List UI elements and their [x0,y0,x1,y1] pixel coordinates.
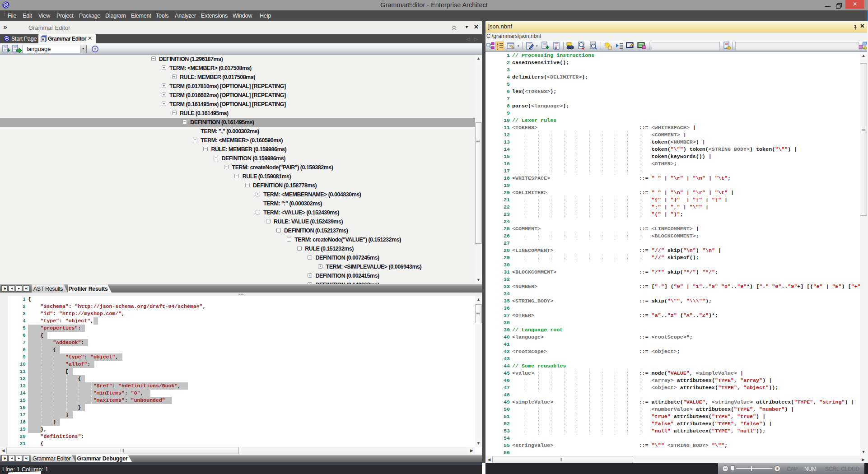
svg-text:?: ? [94,47,97,51]
